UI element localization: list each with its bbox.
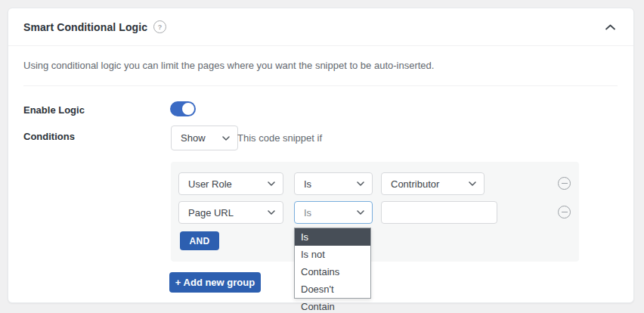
panel-description: Using conditional logic you can limit th… [8,46,633,71]
panel-header: Smart Conditional Logic ? [8,8,633,46]
operator-option-is-not[interactable]: Is not [295,246,370,263]
chevron-down-icon [357,210,364,215]
conditions-label: Conditions [23,131,75,142]
condition-row1-operator-select[interactable]: Is [294,172,373,195]
field-select-value: Page URL [188,207,234,218]
condition-row1-value-select[interactable]: Contributor [381,172,485,195]
show-hide-select[interactable]: Show [171,126,238,150]
enable-logic-toggle[interactable] [170,101,196,116]
show-hide-select-value: Show [181,132,206,144]
operator-select-value: Is [304,207,311,218]
chevron-down-icon [268,210,275,215]
condition-row2-field-select[interactable]: Page URL [178,201,283,224]
condition-row1-field-select[interactable]: User Role [178,172,283,195]
conditions-suffix-text: This code snippet if [237,126,322,150]
section-divider [23,85,618,86]
operator-option-contains[interactable]: Contains [295,263,370,280]
page-background: Smart Conditional Logic ? Using conditio… [0,0,644,313]
minus-glyph [562,212,568,213]
operator-dropdown-menu: Is Is not Contains Doesn't Contain [294,228,371,299]
panel-title: Smart Conditional Logic [23,21,147,33]
and-join-button[interactable]: AND [180,231,219,250]
operator-select-value: Is [304,178,311,190]
help-icon[interactable]: ? [153,20,166,33]
condition-group: User Role Is Contributor Page URL [171,162,579,262]
condition-row2-operator-select[interactable]: Is [294,201,373,224]
field-select-value: User Role [188,178,232,190]
enable-logic-label: Enable Logic [23,104,85,116]
remove-row1-minus-icon[interactable] [558,177,571,190]
value-select-value: Contributor [391,178,439,190]
chevron-down-icon [268,181,275,186]
panel-title-group: Smart Conditional Logic ? [23,20,166,33]
condition-row2-value-input[interactable] [381,201,497,224]
chevron-down-icon [357,181,364,186]
operator-option-is[interactable]: Is [295,228,370,246]
remove-row2-minus-icon[interactable] [558,206,571,218]
chevron-down-icon [222,136,230,141]
minus-glyph [562,183,568,184]
toggle-knob [182,103,194,115]
chevron-up-icon[interactable] [602,21,618,33]
add-new-group-button[interactable]: + Add new group [169,272,261,293]
help-icon-glyph: ? [158,23,163,31]
smart-conditional-logic-panel: Smart Conditional Logic ? Using conditio… [8,8,634,303]
chevron-down-icon [469,181,476,186]
operator-option-doesnt-contain[interactable]: Doesn't Contain [295,280,370,298]
